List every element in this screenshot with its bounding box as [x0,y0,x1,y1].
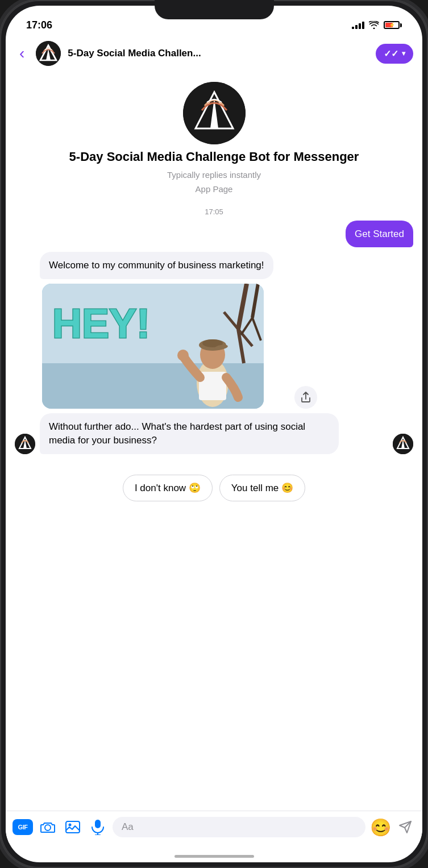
list-item: HEY! [15,284,413,409]
photo-button[interactable] [63,817,83,837]
status-icons: ⚡ [352,21,402,29]
message-timestamp: 17:05 [15,203,413,221]
chat-area[interactable]: 5-Day Social Media Challenge Bot for Mes… [6,70,422,811]
svg-text:HEY!: HEY! [52,301,150,346]
emoji-button[interactable]: 😊 [370,817,390,837]
notch [155,0,274,19]
status-time: 17:06 [26,19,52,31]
signal-icon [352,21,364,29]
send-icon [398,820,412,834]
text-input-container[interactable]: Aa [113,817,365,837]
phone-frame: 17:06 [0,0,428,868]
svg-point-11 [177,350,189,361]
secondary-bot-avatar [393,434,413,454]
home-bar [174,855,254,858]
quick-reply-you-tell-me[interactable]: You tell me 😊 [219,475,305,501]
secondary-logo-icon [393,434,413,454]
table-row: Without further ado... What's the hardes… [15,413,413,454]
profile-section: 5-Day Social Media Challenge Bot for Mes… [15,70,413,203]
chevron-down-icon: ▾ [402,49,405,57]
quick-reply-dont-know[interactable]: I don't know 🙄 [123,475,213,501]
profile-type: App Page [196,184,233,194]
camera-icon [40,820,56,834]
wifi-icon [369,21,379,29]
profile-logo-icon [183,82,246,144]
profile-avatar-large [183,82,246,144]
nav-bar: ‹ 5-Day Social Media Challen... [6,36,422,70]
svg-rect-22 [66,821,80,833]
hey-gif-svg: HEY! [42,284,264,409]
profile-name: 5-Day Social Media Challenge Bot for Mes… [69,149,359,165]
active-badge-button[interactable]: ✓✓ ▾ [376,44,413,64]
received-message-bubble-2: Without further ado... What's the hardes… [40,413,339,454]
profile-subtitle: Typically replies instantly [167,170,261,180]
photo-icon [65,819,81,835]
camera-button[interactable] [38,817,58,837]
share-icon [300,391,311,404]
input-bar: GIF [6,811,422,843]
text-input-placeholder: Aa [122,821,134,833]
mic-button[interactable] [88,817,108,837]
phone-screen: 17:06 [6,6,422,862]
table-row: Welcome to my community of business mark… [15,252,413,279]
home-indicator [6,843,422,862]
received-message-bubble: Welcome to my community of business mark… [40,252,273,279]
bot-avatar-small [15,434,35,454]
battery-icon: ⚡ [384,21,402,29]
gif-button[interactable]: GIF [13,817,33,837]
table-row: Get Started [15,221,413,248]
mic-icon [91,819,105,835]
gif-image: HEY! [42,284,264,409]
svg-rect-24 [95,820,101,828]
sent-message-bubble: Get Started [346,221,413,248]
hey-gif-content: HEY! [42,284,264,409]
nav-avatar [36,41,61,66]
svg-point-21 [45,825,51,830]
quick-replies-container: I don't know 🙄 You tell me 😊 [15,463,413,508]
back-button[interactable]: ‹ [15,42,29,65]
checkmark-label: ✓✓ [384,48,398,59]
messages-container: Get Started Welcome to my community of b… [15,221,413,463]
send-button[interactable] [395,817,415,837]
nav-logo-icon [36,41,61,66]
bot-logo-icon [15,434,35,454]
nav-title: 5-Day Social Media Challen... [68,48,369,59]
emoji-icon: 😊 [370,817,391,837]
share-button[interactable] [294,386,317,409]
svg-point-23 [69,824,72,827]
